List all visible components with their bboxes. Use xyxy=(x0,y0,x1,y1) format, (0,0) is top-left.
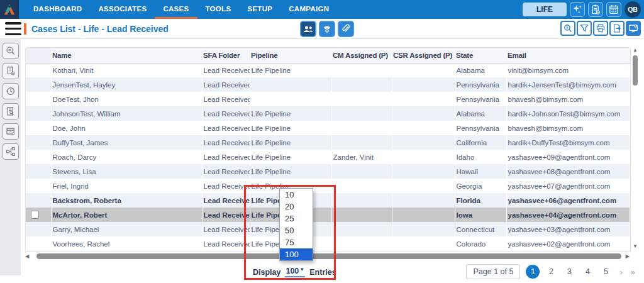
table-row[interactable]: DuffyTest, JamesLead ReceivedLife Pipeli… xyxy=(26,135,630,150)
table-row[interactable]: Garry, MichaelLead ReceivedLife Pipeline… xyxy=(26,222,630,236)
history-icon[interactable] xyxy=(3,83,19,99)
scroll-down-icon[interactable]: ▼ xyxy=(633,244,638,249)
row-select-cell xyxy=(26,208,51,222)
cell-name: Kothari, Vinit xyxy=(51,63,202,77)
vertical-scroll-thumb[interactable] xyxy=(633,55,638,86)
clipboard-add-icon[interactable] xyxy=(588,2,603,17)
cell-csr-assigned xyxy=(392,135,455,150)
cell-state: Alabama xyxy=(455,106,506,121)
table-row[interactable]: Voorhees, RachelLead ReceivedLife Pipeli… xyxy=(26,236,630,251)
sparkles-icon[interactable] xyxy=(570,2,585,17)
column-header-state[interactable]: State xyxy=(455,48,506,63)
cell-cm-assigned xyxy=(331,222,392,236)
table-row[interactable]: Stevens, LisaLead ReceivedLife PipelineH… xyxy=(26,164,630,179)
table-row[interactable]: JohnsonTest, WilliamLead ReceivedLife Pi… xyxy=(26,106,630,121)
column-header-csr-assigned[interactable]: CSR Assigned (P) xyxy=(392,48,455,63)
top-nav-bar: DASHBOARDASSOCIATESCASESTOOLSSETUPCAMPAI… xyxy=(0,0,644,19)
row-checkbox[interactable] xyxy=(31,211,39,219)
column-header-name[interactable]: Name xyxy=(51,48,202,63)
cell-name: Voorhees, Rachel xyxy=(51,236,202,251)
cell-state: Pennsylvania xyxy=(455,121,506,135)
table-row[interactable]: McArtor, RobertLead ReceivedLife Pipelin… xyxy=(26,208,630,222)
table-row[interactable]: DoeTest, JhonLead ReceivedPennsylvaniabh… xyxy=(26,92,630,106)
app-window: DASHBOARDASSOCIATESCASESTOOLSSETUPCAMPAI… xyxy=(0,0,644,283)
row-select-cell xyxy=(26,222,51,236)
cell-sfa-folder: Lead Received xyxy=(202,193,250,208)
nav-item-campaign[interactable]: CAMPAIGN xyxy=(280,0,337,19)
column-header-pipeline[interactable]: Pipeline xyxy=(250,48,331,63)
people-group-icon[interactable] xyxy=(300,21,316,37)
entries-option-10[interactable]: 10 xyxy=(280,189,313,201)
cell-pipeline: Life Pipeline xyxy=(250,121,331,135)
entries-option-100[interactable]: 100 xyxy=(280,248,313,260)
cell-sfa-folder: Lead Received xyxy=(202,92,250,106)
scroll-up-icon[interactable]: ▲ xyxy=(633,48,638,53)
cell-cm-assigned xyxy=(331,135,392,150)
search-list-icon[interactable] xyxy=(3,43,19,59)
page-1[interactable]: 1 xyxy=(526,265,540,279)
horizontal-scroll-thumb[interactable] xyxy=(36,253,621,259)
app-logo-icon[interactable] xyxy=(0,0,19,19)
cell-name: Roach, Darcy xyxy=(51,150,202,164)
entries-per-page-select[interactable]: 100 ▼ xyxy=(285,267,305,277)
archive-icon[interactable] xyxy=(3,123,19,140)
document-search-icon[interactable] xyxy=(3,103,19,119)
select-column-header xyxy=(26,48,51,63)
cell-email: yashasvee+09@agentfront.com xyxy=(506,150,630,164)
table-row[interactable]: Doe, JohnLead ReceivedLife PipelinePenns… xyxy=(26,121,630,135)
scroll-left-icon[interactable]: ◀ xyxy=(25,254,29,259)
pagination: Page 1 of 5 12345 › » xyxy=(466,264,636,279)
scroll-right-icon[interactable]: ▶ xyxy=(626,254,630,259)
cell-sfa-folder: Lead Received xyxy=(202,150,250,164)
merge-icon[interactable] xyxy=(3,143,19,160)
print-icon[interactable] xyxy=(593,21,608,36)
qb-badge[interactable]: QB xyxy=(625,1,641,18)
calendar-icon[interactable] xyxy=(606,2,621,17)
entries-option-75[interactable]: 75 xyxy=(280,236,313,248)
cell-email: yashasvee+06@agentfront.com xyxy=(506,193,630,208)
nav-item-tools[interactable]: TOOLS xyxy=(197,0,240,19)
cell-csr-assigned xyxy=(392,164,455,179)
entries-option-50[interactable]: 50 xyxy=(280,225,313,236)
column-header-email[interactable]: Email xyxy=(506,48,630,63)
table-row[interactable]: JensenTest, HayleyLead ReceivedPennsylva… xyxy=(26,77,630,92)
page-2[interactable]: 2 xyxy=(544,265,558,279)
page-4[interactable]: 4 xyxy=(580,265,594,279)
nav-item-associates[interactable]: ASSOCIATES xyxy=(90,0,155,19)
paperclip-icon[interactable] xyxy=(338,21,354,37)
add-document-icon[interactable] xyxy=(3,63,19,79)
nav-item-dashboard[interactable]: DASHBOARD xyxy=(25,0,90,19)
cell-state: Colorado xyxy=(455,236,506,251)
table-row[interactable]: Roach, DarcyLead ReceivedLife PipelineZa… xyxy=(26,150,630,164)
nav-item-cases[interactable]: CASES xyxy=(155,0,197,19)
column-header-sfa-folder[interactable]: SFA Folder xyxy=(202,48,250,63)
page-title: Cases List - Life - Lead Received xyxy=(31,24,169,34)
cell-sfa-folder: Lead Received xyxy=(202,106,250,121)
table-row[interactable]: Friel, IngridLead ReceivedLife PipelineG… xyxy=(26,179,630,193)
entries-option-20[interactable]: 20 xyxy=(280,201,313,213)
last-page-icon[interactable]: » xyxy=(630,267,636,277)
table-row[interactable]: Backstrom, RobertaLead ReceivedLife Pipe… xyxy=(26,193,630,208)
cell-csr-assigned xyxy=(392,77,455,92)
next-page-icon[interactable]: › xyxy=(618,267,623,277)
row-select-cell xyxy=(26,150,51,164)
entries-dropdown-caret-icon: ▼ xyxy=(299,267,304,272)
cell-email: yashasvee+03@agentfront.com xyxy=(506,222,630,236)
screen-settings-icon[interactable] xyxy=(626,21,641,36)
call-icon[interactable] xyxy=(319,21,335,37)
entries-option-25[interactable]: 25 xyxy=(280,213,313,225)
nav-item-setup[interactable]: SETUP xyxy=(239,0,280,19)
cell-email: yashasvee+04@agentfront.com xyxy=(506,208,630,222)
main-nav: DASHBOARDASSOCIATESCASESTOOLSSETUPCAMPAI… xyxy=(25,0,337,19)
page-5[interactable]: 5 xyxy=(599,265,613,279)
cell-cm-assigned xyxy=(331,164,392,179)
table-row[interactable]: Kothari, VinitLead ReceivedLife Pipeline… xyxy=(26,63,630,77)
title-accent-bar xyxy=(24,23,26,35)
column-header-cm-assigned[interactable]: CM Assigned (P) xyxy=(331,48,392,63)
export-icon[interactable] xyxy=(609,21,625,36)
menu-icon[interactable] xyxy=(5,22,21,35)
page-3[interactable]: 3 xyxy=(562,265,576,279)
search-icon[interactable] xyxy=(560,21,575,36)
filter-icon[interactable] xyxy=(577,21,592,36)
life-button[interactable]: LIFE xyxy=(523,3,567,16)
